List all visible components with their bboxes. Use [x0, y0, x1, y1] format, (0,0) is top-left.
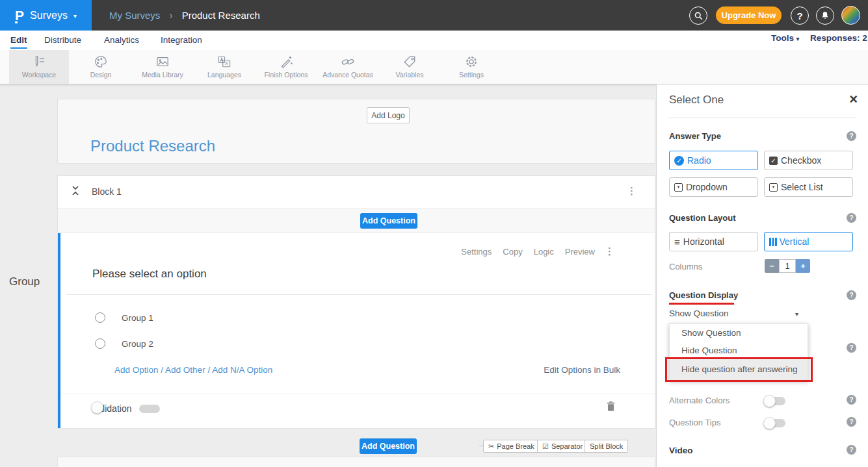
toggle-knob	[91, 401, 103, 414]
collapse-icon	[71, 185, 80, 196]
video-label: Video	[669, 446, 693, 455]
block-header: Block 1 ⋮	[58, 176, 655, 208]
question-layout-label: Question Layout	[669, 213, 736, 223]
columns-value[interactable]: 1	[779, 259, 796, 273]
translate-icon: A	[217, 55, 231, 68]
option-links: Add Option / Add Other / Add N/A Option	[114, 365, 272, 375]
split-block-button[interactable]: Split Block	[585, 440, 628, 453]
question-logic-link[interactable]: Logic	[534, 247, 554, 257]
alternate-colors-label: Alternate Colors	[669, 396, 730, 405]
option-row: Group 1	[95, 312, 153, 323]
breadcrumb-separator-icon: ›	[169, 10, 172, 21]
delete-question-button[interactable]	[606, 401, 616, 412]
breadcrumb: My Surveys › Product Research	[109, 0, 260, 31]
separator-button[interactable]: ☑ Separator	[537, 440, 588, 453]
checked-box-icon: ☑	[542, 442, 549, 451]
toolbar-item-design[interactable]: Design	[71, 50, 131, 84]
menu-item-hide-after-answering[interactable]: Hide question after answering	[670, 359, 808, 380]
add-question-button-bottom[interactable]: Add Question	[360, 438, 417, 454]
help-icon[interactable]: ?	[847, 395, 856, 405]
question-card: Settings Copy Logic Preview ⋮ Please sel…	[58, 233, 655, 428]
layout-horizontal-button[interactable]: ≡ Horizontal	[669, 232, 758, 251]
divider	[669, 118, 857, 118]
dropdown-square-icon: ▼	[674, 183, 683, 192]
question-settings-link[interactable]: Settings	[461, 247, 492, 257]
option-label[interactable]: Group 2	[122, 339, 153, 349]
columns-label: Columns	[669, 262, 702, 271]
question-copy-link[interactable]: Copy	[503, 247, 522, 257]
help-icon[interactable]: ?	[847, 445, 856, 455]
menu-item-hide-question[interactable]: Hide Question	[670, 342, 808, 359]
answer-type-select-list-button[interactable]: ▼ Select List	[764, 177, 853, 197]
magic-wand-icon	[279, 55, 293, 68]
bell-icon	[821, 11, 830, 21]
product-switcher[interactable]: P Surveys ▾	[0, 0, 92, 31]
toggle-knob	[763, 417, 776, 429]
question-display-select[interactable]: Show Question	[669, 309, 806, 322]
columns-increment-button[interactable]: +	[796, 259, 810, 273]
radio-button[interactable]	[95, 338, 105, 349]
option-label[interactable]: Group 1	[122, 313, 153, 323]
breadcrumb-my-surveys[interactable]: My Surveys	[109, 10, 160, 21]
toolbar-item-languages[interactable]: A Languages	[194, 50, 254, 84]
block-title[interactable]: Block 1	[92, 186, 122, 197]
question-tips-toggle[interactable]	[765, 419, 785, 427]
help-icon[interactable]: ?	[847, 343, 856, 353]
help-button[interactable]: ?	[791, 6, 809, 25]
question-text[interactable]: Please select an option	[92, 268, 207, 281]
answer-type-checkbox-button[interactable]: ✓ Checkbox	[764, 151, 853, 170]
edit-options-in-bulk-link[interactable]: Edit Options in Bulk	[544, 365, 620, 375]
add-logo-button[interactable]: Add Logo	[367, 107, 410, 123]
tab-integration[interactable]: Integration	[161, 33, 202, 49]
tab-analytics[interactable]: Analytics	[104, 33, 139, 49]
page-break-button[interactable]: ✂ Page Break	[483, 440, 540, 453]
add-na-option-link[interactable]: Add N/A Option	[212, 365, 272, 375]
menu-item-show-question[interactable]: Show Question	[670, 324, 808, 342]
add-question-button[interactable]: Add Question	[360, 213, 417, 229]
validation-row: Validation	[92, 403, 160, 414]
tag-icon	[402, 55, 417, 68]
survey-title[interactable]: Product Research	[90, 137, 215, 155]
help-icon[interactable]: ?	[847, 290, 856, 300]
toolbar-item-advance-quotas[interactable]: Advance Quotas	[318, 50, 378, 84]
breadcrumb-current: Product Research	[182, 10, 260, 21]
close-panel-button[interactable]: ×	[849, 91, 858, 108]
help-icon[interactable]: ?	[847, 417, 856, 427]
help-icon[interactable]: ?	[847, 131, 856, 141]
toolbar-item-settings[interactable]: Settings	[441, 50, 501, 84]
notifications-button[interactable]	[816, 6, 834, 25]
responses-count[interactable]: Responses: 2	[810, 33, 867, 43]
add-option-link[interactable]: Add Option	[114, 365, 159, 375]
questionpro-logo-icon: P	[15, 8, 24, 22]
collapse-block-button[interactable]	[71, 185, 80, 196]
divider	[60, 394, 655, 394]
scissors-icon: ✂	[488, 442, 494, 451]
validation-toggle[interactable]	[139, 405, 160, 413]
toolbar-item-variables[interactable]: Variables	[380, 50, 440, 84]
answer-type-dropdown-button[interactable]: ▼ Dropdown	[669, 177, 758, 197]
search-button[interactable]	[689, 6, 707, 25]
add-other-link[interactable]: Add Other	[165, 365, 205, 375]
question-preview-link[interactable]: Preview	[565, 247, 595, 257]
tab-distribute[interactable]: Distribute	[44, 33, 81, 49]
block-menu-button[interactable]: ⋮	[627, 186, 637, 196]
toolbar-item-workspace[interactable]: Workspace	[9, 50, 69, 84]
alternate-colors-toggle[interactable]	[765, 397, 785, 405]
columns-stepper: − 1 +	[765, 259, 810, 273]
radio-button[interactable]	[95, 312, 105, 323]
dropdown-square-icon: ▼	[769, 183, 778, 192]
user-avatar[interactable]	[841, 6, 860, 25]
chevron-down-icon: ▾	[73, 12, 77, 19]
answer-type-label: Answer Type	[669, 131, 721, 141]
layout-vertical-button[interactable]: Vertical	[764, 232, 853, 251]
question-menu-button[interactable]: ⋮	[605, 246, 614, 256]
upgrade-now-button[interactable]: Upgrade Now	[716, 6, 782, 24]
columns-decrement-button[interactable]: −	[765, 259, 779, 273]
toolbar-item-media-library[interactable]: Media Library	[133, 50, 192, 84]
help-icon[interactable]: ?	[847, 213, 856, 223]
toolbar-item-finish-options[interactable]: Finish Options	[256, 50, 316, 84]
tab-edit[interactable]: Edit	[10, 33, 27, 49]
answer-type-radio-button[interactable]: ✓ Radio	[669, 151, 758, 170]
tools-menu[interactable]: Tools ▾	[771, 33, 799, 43]
gear-icon	[464, 55, 479, 68]
